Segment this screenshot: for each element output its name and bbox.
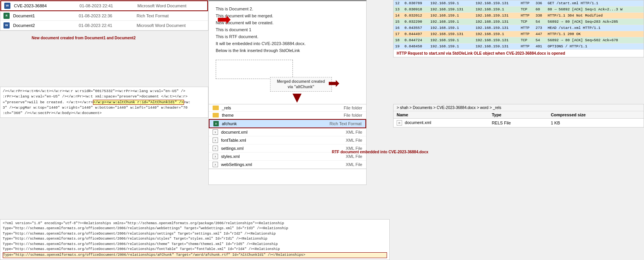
net-time: 0.030789 (403, 0, 429, 7)
xml-icon-docxml: X (213, 129, 218, 135)
net-no: 15 (394, 19, 403, 25)
net-src: 192.168.159.1 (429, 44, 474, 50)
bottom-xml-line: Type="http://schemas.openxmlformats.org/… (3, 226, 387, 231)
net-dst: 192.168.159.131 (474, 37, 519, 44)
right-arrow-top: ➡ (217, 11, 231, 28)
net-src: 192.168.159.1 (429, 19, 474, 25)
net-src: 192.168.159.131 (429, 31, 474, 37)
net-time: 0.043557 (403, 25, 429, 31)
folder-docxml-type: XML File (346, 130, 362, 134)
folder-docxml-name: document.xml (221, 130, 346, 134)
net-len: 401 (534, 44, 546, 50)
net-len: 54 (534, 37, 546, 44)
word-icon: W (4, 3, 10, 9)
network-row: 12 0.030789 192.168.159.1 192.168.159.13… (394, 0, 644, 7)
net-time: 0.030918 (403, 7, 429, 13)
net-info: 56892 → 80 [ACK] Seq=283 Ack=285 (546, 19, 644, 25)
doc-line-4: This is document 1 (216, 27, 359, 32)
net-dst: 192.168.159.1 (474, 31, 519, 37)
explorer-file-type: RELS File (488, 119, 548, 127)
folder-icon-theme (213, 113, 219, 117)
net-no: 13 (394, 7, 403, 13)
right-arrow-middle: ➡ (328, 75, 340, 91)
net-dst: 192.168.159.131 (474, 0, 519, 7)
network-row: 14 0.032012 192.168.159.1 192.168.159.13… (394, 13, 644, 19)
net-info: HEAD /start.xml HTTP/1.1 (546, 25, 644, 31)
folder-settings-name: settings.xml (221, 146, 346, 151)
net-proto: TCP (519, 19, 534, 25)
folder-rels-type: File folder (344, 106, 362, 110)
folder-icon-rels (213, 106, 219, 110)
folder-fonttable-name: fontTable.xml (221, 138, 346, 143)
ole-link-box (216, 60, 293, 79)
net-proto: TCP (519, 37, 534, 44)
net-src: 192.168.159.131 (429, 7, 474, 13)
net-proto: HTTP (519, 31, 534, 37)
network-row: 19 0.048450 192.168.159.1 192.168.159.13… (394, 44, 644, 50)
net-info: OPTIONS / HTTP/1.1 (546, 44, 644, 50)
xml-line-5: :ch="360" /></w:sectPr></w:body></w:docu… (3, 111, 206, 116)
network-row: 16 0.043557 192.168.159.1 192.168.159.13… (394, 25, 644, 31)
net-len: 336 (534, 0, 546, 7)
net-src: 192.168.159.1 (429, 0, 474, 7)
xml-line-3: ="preserve">will be created. </w:t></w:r… (3, 100, 206, 105)
net-info: 80 → 56892 [ACK] Seq=1 Ack=2...3 W (546, 7, 644, 13)
folder-theme-type: File folder (344, 113, 362, 117)
xml-line-2: :rPr><w:lang w:val="en-US" /></w:rPr><w:… (3, 94, 206, 99)
net-len: 447 (534, 31, 546, 37)
explorer-breadcrumb: > shah > Documents > CVE-2023-36884.docx… (394, 104, 644, 111)
col-size: Compressed size (548, 111, 644, 119)
net-time: 0.032290 (403, 19, 429, 25)
net-no: 12 (394, 0, 403, 7)
file-row-doc1[interactable]: R Document1 01-08-2023 22:36 Rich Text F… (0, 11, 208, 21)
net-info: GET /start.xml HTTP/1.1 (546, 0, 644, 7)
folder-row-websettings[interactable]: X webSettings.xml XML File (209, 161, 366, 169)
bottom-xml-line: <?xml version="1.0" encoding="utf-8"?><R… (3, 221, 387, 226)
folder-row-theme[interactable]: theme File folder (209, 112, 366, 119)
net-time: 0.048450 (403, 44, 429, 50)
doc1-file-date: 01-08-2023 22:36 (79, 13, 133, 18)
file-explorer-panel: > shah > Documents > CVE-2023-36884.docx… (393, 104, 644, 127)
bottom-xml-line: Type="http://schemas.openxmlformats.org/… (3, 237, 387, 242)
folder-row-docxml[interactable]: X document.xml XML File (209, 128, 366, 136)
explorer-file-name: R document.xml (394, 119, 488, 127)
file-row-doc2[interactable]: W Document2 01-08-2023 22:41 Microsoft W… (0, 21, 208, 30)
xml-icon-fonttable: X (213, 138, 218, 143)
net-proto: TCP (519, 7, 534, 13)
xml-line-4: 3" /><w:pgMar w:top="1440" w:right="1440… (3, 105, 206, 111)
file-row-cve[interactable]: W CVE-2023-36884 01-08-2023 22:41 Micros… (0, 0, 208, 11)
folder-contents-panel: _rels File folder theme File folder R af… (208, 104, 367, 169)
net-time: 0.044724 (403, 37, 429, 44)
net-src: 192.168.159.1 (429, 25, 474, 31)
cve-file-type: Microsoft Word Document (137, 3, 186, 8)
doc-merge-annotation: New document created from Document1 and … (32, 35, 136, 41)
rtf-icon-afchunk: R (213, 121, 219, 126)
bottom-xml-panel: <?xml version="1.0" encoding="utf-8"?><R… (0, 219, 390, 260)
rtf-icon-doc1: R (3, 13, 10, 19)
doc-line-6: It will be embedded into CVE-2023-36884.… (216, 41, 359, 46)
network-capture-panel: 12 0.030789 192.168.159.1 192.168.159.13… (393, 0, 644, 57)
net-info: HTTP/1.1 304 Not Modified (546, 13, 644, 19)
net-info: 56892 → 80 [ACK] Seq=502 Ack=678 (546, 37, 644, 44)
explorer-file-size: 1 KB (548, 119, 644, 127)
doc1-file-type: Rich Text Format (137, 13, 169, 18)
network-row: 18 0.044724 192.168.159.1 192.168.159.13… (394, 37, 644, 44)
doc-line-1: This is Document 2. (216, 7, 359, 11)
net-no: 16 (394, 25, 403, 31)
doc2-file-date: 01-08-2023 22:41 (79, 23, 133, 28)
net-dst: 192.168.159.131 (474, 44, 519, 50)
explorer-row-docxml[interactable]: R document.xml RELS File 1 KB (394, 119, 644, 127)
net-dst: 192.168.159.131 (474, 25, 519, 31)
folder-row-afchunk[interactable]: R afchunk Rich Text Format (209, 119, 366, 128)
folder-row-fonttable[interactable]: X fontTable.xml XML File (209, 136, 366, 144)
doc1-file-name: Document1 (13, 13, 67, 18)
net-dst: 192.168.159.1 (474, 7, 519, 13)
xml-icon-websettings: X (213, 162, 218, 167)
net-no: 18 (394, 37, 403, 44)
network-annotation: HTTP Request to start.xml via StdOleLink… (394, 50, 644, 57)
word-icon-doc2: W (3, 22, 10, 29)
network-table: 12 0.030789 192.168.159.1 192.168.159.13… (394, 0, 644, 50)
col-type: Type (488, 111, 548, 119)
folder-row-rels[interactable]: _rels File folder (209, 104, 366, 112)
net-proto: HTTP (519, 13, 534, 19)
